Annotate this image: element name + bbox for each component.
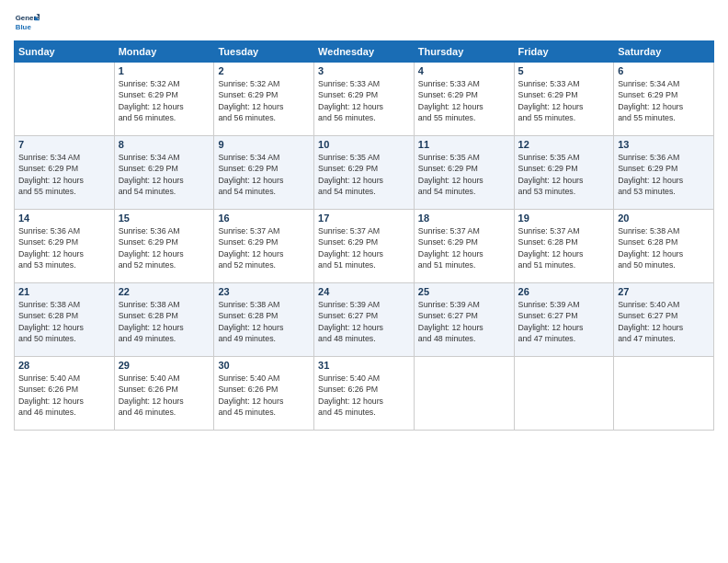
day-number: 14	[18, 213, 110, 224]
day-info: Sunrise: 5:38 AM Sunset: 6:28 PM Dayligh…	[218, 299, 310, 344]
weekday-header-monday: Monday	[114, 41, 214, 63]
day-number: 3	[318, 65, 410, 76]
day-info: Sunrise: 5:38 AM Sunset: 6:28 PM Dayligh…	[618, 225, 710, 270]
day-info: Sunrise: 5:33 AM Sunset: 6:29 PM Dayligh…	[418, 78, 510, 123]
day-number: 26	[518, 286, 610, 297]
weekday-header-row: SundayMondayTuesdayWednesdayThursdayFrid…	[15, 41, 714, 63]
day-number: 21	[18, 286, 110, 297]
day-number: 22	[119, 286, 210, 297]
day-info: Sunrise: 5:32 AM Sunset: 6:29 PM Dayligh…	[119, 78, 210, 123]
day-info: Sunrise: 5:35 AM Sunset: 6:29 PM Dayligh…	[418, 152, 510, 197]
day-number: 20	[618, 213, 710, 224]
day-info: Sunrise: 5:36 AM Sunset: 6:29 PM Dayligh…	[618, 152, 710, 197]
calendar-cell: 7Sunrise: 5:34 AM Sunset: 6:29 PM Daylig…	[15, 136, 115, 210]
day-number: 30	[218, 360, 310, 371]
calendar-cell: 3Sunrise: 5:33 AM Sunset: 6:29 PM Daylig…	[314, 63, 415, 136]
calendar-cell: 29Sunrise: 5:40 AM Sunset: 6:26 PM Dayli…	[114, 357, 214, 431]
calendar-cell: 5Sunrise: 5:33 AM Sunset: 6:29 PM Daylig…	[514, 63, 614, 136]
day-number: 15	[119, 213, 210, 224]
day-number: 10	[318, 139, 410, 150]
day-number: 2	[218, 65, 310, 76]
day-info: Sunrise: 5:37 AM Sunset: 6:29 PM Dayligh…	[218, 225, 310, 270]
calendar-cell: 20Sunrise: 5:38 AM Sunset: 6:28 PM Dayli…	[614, 210, 714, 283]
day-info: Sunrise: 5:34 AM Sunset: 6:29 PM Dayligh…	[218, 152, 310, 197]
calendar-cell: 6Sunrise: 5:34 AM Sunset: 6:29 PM Daylig…	[614, 63, 714, 136]
calendar-cell: 10Sunrise: 5:35 AM Sunset: 6:29 PM Dayli…	[314, 136, 415, 210]
day-info: Sunrise: 5:35 AM Sunset: 6:29 PM Dayligh…	[518, 152, 610, 197]
day-number: 7	[18, 139, 110, 150]
calendar-cell: 25Sunrise: 5:39 AM Sunset: 6:27 PM Dayli…	[414, 283, 514, 357]
calendar-week-3: 14Sunrise: 5:36 AM Sunset: 6:29 PM Dayli…	[15, 210, 714, 283]
day-number: 23	[218, 286, 310, 297]
calendar-cell: 23Sunrise: 5:38 AM Sunset: 6:28 PM Dayli…	[214, 283, 314, 357]
calendar-cell: 28Sunrise: 5:40 AM Sunset: 6:26 PM Dayli…	[15, 357, 115, 431]
day-info: Sunrise: 5:37 AM Sunset: 6:28 PM Dayligh…	[518, 225, 610, 270]
day-number: 24	[318, 286, 410, 297]
header: General Blue	[14, 9, 714, 35]
day-number: 8	[119, 139, 210, 150]
day-number: 18	[418, 213, 510, 224]
day-info: Sunrise: 5:35 AM Sunset: 6:29 PM Dayligh…	[318, 152, 410, 197]
calendar-cell: 15Sunrise: 5:36 AM Sunset: 6:29 PM Dayli…	[114, 210, 214, 283]
day-info: Sunrise: 5:34 AM Sunset: 6:29 PM Dayligh…	[119, 152, 210, 197]
day-number: 25	[418, 286, 510, 297]
calendar-cell	[15, 63, 115, 136]
weekday-header-saturday: Saturday	[614, 41, 714, 63]
calendar-cell	[514, 357, 614, 431]
calendar-cell: 27Sunrise: 5:40 AM Sunset: 6:27 PM Dayli…	[614, 283, 714, 357]
day-info: Sunrise: 5:36 AM Sunset: 6:29 PM Dayligh…	[18, 225, 110, 270]
day-info: Sunrise: 5:39 AM Sunset: 6:27 PM Dayligh…	[518, 299, 610, 344]
weekday-header-friday: Friday	[514, 41, 614, 63]
weekday-header-wednesday: Wednesday	[314, 41, 415, 63]
day-number: 11	[418, 139, 510, 150]
calendar-cell: 18Sunrise: 5:37 AM Sunset: 6:29 PM Dayli…	[414, 210, 514, 283]
day-number: 16	[218, 213, 310, 224]
weekday-header-tuesday: Tuesday	[214, 41, 314, 63]
calendar-week-4: 21Sunrise: 5:38 AM Sunset: 6:28 PM Dayli…	[15, 283, 714, 357]
calendar-cell: 24Sunrise: 5:39 AM Sunset: 6:27 PM Dayli…	[314, 283, 415, 357]
calendar-cell: 26Sunrise: 5:39 AM Sunset: 6:27 PM Dayli…	[514, 283, 614, 357]
calendar-cell	[414, 357, 514, 431]
day-info: Sunrise: 5:40 AM Sunset: 6:26 PM Dayligh…	[318, 373, 410, 418]
svg-text:Blue: Blue	[16, 23, 32, 31]
day-number: 5	[518, 65, 610, 76]
day-number: 12	[518, 139, 610, 150]
page-container: General Blue SundayMondayTuesdayWednesda…	[0, 0, 728, 435]
day-number: 28	[18, 360, 110, 371]
day-number: 1	[119, 65, 210, 76]
day-number: 19	[518, 213, 610, 224]
day-info: Sunrise: 5:39 AM Sunset: 6:27 PM Dayligh…	[418, 299, 510, 344]
calendar-cell: 17Sunrise: 5:37 AM Sunset: 6:29 PM Dayli…	[314, 210, 415, 283]
day-number: 31	[318, 360, 410, 371]
day-number: 6	[618, 65, 710, 76]
day-info: Sunrise: 5:40 AM Sunset: 6:27 PM Dayligh…	[618, 299, 710, 344]
weekday-header-sunday: Sunday	[15, 41, 115, 63]
day-info: Sunrise: 5:39 AM Sunset: 6:27 PM Dayligh…	[318, 299, 410, 344]
day-info: Sunrise: 5:33 AM Sunset: 6:29 PM Dayligh…	[318, 78, 410, 123]
calendar-cell: 12Sunrise: 5:35 AM Sunset: 6:29 PM Dayli…	[514, 136, 614, 210]
calendar-week-5: 28Sunrise: 5:40 AM Sunset: 6:26 PM Dayli…	[15, 357, 714, 431]
day-info: Sunrise: 5:37 AM Sunset: 6:29 PM Dayligh…	[418, 225, 510, 270]
calendar-cell: 11Sunrise: 5:35 AM Sunset: 6:29 PM Dayli…	[414, 136, 514, 210]
calendar-week-1: 1Sunrise: 5:32 AM Sunset: 6:29 PM Daylig…	[15, 63, 714, 136]
day-info: Sunrise: 5:32 AM Sunset: 6:29 PM Dayligh…	[218, 78, 310, 123]
calendar-cell: 1Sunrise: 5:32 AM Sunset: 6:29 PM Daylig…	[114, 63, 214, 136]
day-info: Sunrise: 5:38 AM Sunset: 6:28 PM Dayligh…	[119, 299, 210, 344]
calendar-cell: 16Sunrise: 5:37 AM Sunset: 6:29 PM Dayli…	[214, 210, 314, 283]
calendar-table: SundayMondayTuesdayWednesdayThursdayFrid…	[14, 40, 714, 431]
calendar-cell: 21Sunrise: 5:38 AM Sunset: 6:28 PM Dayli…	[15, 283, 115, 357]
calendar-cell: 8Sunrise: 5:34 AM Sunset: 6:29 PM Daylig…	[114, 136, 214, 210]
day-info: Sunrise: 5:36 AM Sunset: 6:29 PM Dayligh…	[119, 225, 210, 270]
day-info: Sunrise: 5:38 AM Sunset: 6:28 PM Dayligh…	[18, 299, 110, 344]
day-number: 4	[418, 65, 510, 76]
day-info: Sunrise: 5:40 AM Sunset: 6:26 PM Dayligh…	[119, 373, 210, 418]
calendar-header: SundayMondayTuesdayWednesdayThursdayFrid…	[15, 41, 714, 63]
calendar-week-2: 7Sunrise: 5:34 AM Sunset: 6:29 PM Daylig…	[15, 136, 714, 210]
logo-icon: General Blue	[14, 9, 40, 35]
calendar-cell: 9Sunrise: 5:34 AM Sunset: 6:29 PM Daylig…	[214, 136, 314, 210]
day-info: Sunrise: 5:37 AM Sunset: 6:29 PM Dayligh…	[318, 225, 410, 270]
calendar-cell: 22Sunrise: 5:38 AM Sunset: 6:28 PM Dayli…	[114, 283, 214, 357]
logo: General Blue	[14, 9, 41, 35]
calendar-cell: 14Sunrise: 5:36 AM Sunset: 6:29 PM Dayli…	[15, 210, 115, 283]
day-number: 17	[318, 213, 410, 224]
